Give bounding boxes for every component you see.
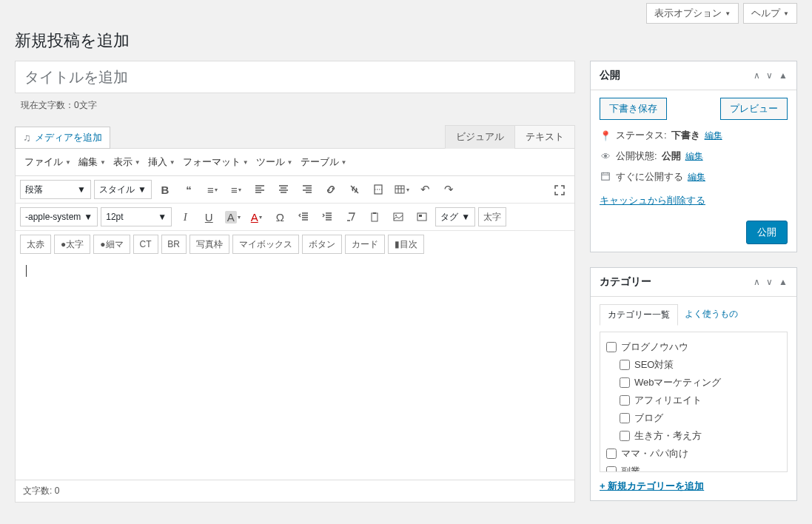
align-center-button[interactable] <box>273 180 294 199</box>
menu-file[interactable]: ファイル▼ <box>21 153 74 171</box>
move-up-icon[interactable]: ∧ <box>754 70 760 81</box>
bold-button[interactable]: B <box>155 180 175 199</box>
add-media-button[interactable]: ♫ メディアを追加 <box>15 127 110 149</box>
bold-big-button[interactable]: 太字 <box>478 207 506 226</box>
fullscreen-button[interactable] <box>549 181 570 200</box>
category-label: ブログ <box>634 412 663 425</box>
redo-button[interactable]: ↷ <box>439 180 460 199</box>
quote-button[interactable]: “ <box>178 180 199 199</box>
tab-visual[interactable]: ビジュアル <box>445 125 515 149</box>
move-down-icon[interactable]: ∨ <box>766 70 773 81</box>
category-checkbox[interactable] <box>620 360 630 370</box>
readmore-button[interactable] <box>368 180 389 199</box>
help-button[interactable]: ヘルプ ▼ <box>743 3 797 24</box>
edit-visibility-link[interactable]: 編集 <box>685 150 703 163</box>
svg-rect-1 <box>395 186 404 193</box>
category-item[interactable]: ママ・パパ向け <box>606 445 781 463</box>
category-checkbox[interactable] <box>606 342 617 352</box>
menu-table[interactable]: テーブル▼ <box>298 153 350 171</box>
category-item[interactable]: ブログ <box>606 409 781 427</box>
eye-icon: 👁 <box>600 151 611 162</box>
photo-frame-button[interactable]: 写真枠 <box>189 235 229 254</box>
category-checkbox[interactable] <box>620 377 630 388</box>
preview-button[interactable]: プレビュー <box>720 98 788 120</box>
bgcolor-button[interactable]: A▾ <box>222 207 243 226</box>
underline-button[interactable]: U <box>198 207 219 226</box>
format-select[interactable]: 段落▼ <box>20 180 91 199</box>
menu-tools[interactable]: ツール▼ <box>253 153 296 171</box>
number-list-button[interactable]: ≡▾ <box>226 180 246 199</box>
pin-icon: 📍 <box>600 130 611 141</box>
edit-status-link[interactable]: 編集 <box>705 130 722 142</box>
bold-black-button[interactable]: ● 太字 <box>54 235 90 254</box>
category-item[interactable]: Webマーケティング <box>606 374 781 392</box>
category-list[interactable]: ブログノウハウSEO対策Webマーケティングアフィリエイトブログ生き方・考え方マ… <box>600 332 788 472</box>
cache-delete-link[interactable]: キャッシュから削除する <box>600 194 788 207</box>
ct-button[interactable]: CT <box>133 235 158 254</box>
align-left-button[interactable] <box>249 180 270 199</box>
font-select[interactable]: -apple-system▼ <box>20 207 98 226</box>
edit-schedule-link[interactable]: 編集 <box>688 171 705 184</box>
category-label: ママ・パパ向け <box>621 447 688 460</box>
button-button[interactable]: ボタン <box>302 235 342 254</box>
outdent-button[interactable] <box>293 207 314 226</box>
category-item[interactable]: 生き方・考え方 <box>606 427 781 445</box>
mybox-button[interactable]: マイボックス <box>232 235 299 254</box>
calendar-icon <box>600 171 611 184</box>
category-checkbox[interactable] <box>620 395 630 406</box>
unlink-button[interactable] <box>344 180 365 199</box>
table-button[interactable]: ▾ <box>392 180 412 199</box>
svg-rect-2 <box>372 213 378 221</box>
editor-content[interactable] <box>16 258 574 480</box>
category-checkbox[interactable] <box>606 466 617 472</box>
br-button[interactable]: BR <box>161 235 187 254</box>
publish-button[interactable]: 公開 <box>746 221 788 244</box>
align-right-button[interactable] <box>297 180 318 199</box>
image-button[interactable] <box>388 207 409 226</box>
card-button[interactable]: カード <box>345 235 385 254</box>
category-checkbox[interactable] <box>620 431 630 441</box>
category-item[interactable]: SEO対策 <box>606 356 781 374</box>
menu-edit[interactable]: 編集▼ <box>76 153 109 171</box>
post-title-input[interactable] <box>15 61 575 93</box>
category-item[interactable]: アフィリエイト <box>606 392 781 409</box>
tab-text[interactable]: テキスト <box>514 125 575 149</box>
category-checkbox[interactable] <box>620 413 630 423</box>
tab-frequent-categories[interactable]: よく使うもの <box>677 304 745 326</box>
category-label: 副業 <box>621 465 640 472</box>
clipboard-button[interactable] <box>364 207 385 226</box>
toc-button[interactable]: ▮ 目次 <box>388 235 424 254</box>
bold-red-button[interactable]: 太赤 <box>20 235 51 254</box>
menu-format[interactable]: フォーマット▼ <box>180 153 252 171</box>
save-draft-button[interactable]: 下書き保存 <box>600 98 667 120</box>
clear-format-button[interactable] <box>340 207 361 226</box>
category-item[interactable]: 副業 <box>606 463 781 472</box>
category-item[interactable]: ブログノウハウ <box>606 338 781 356</box>
bullet-list-button[interactable]: ≡▾ <box>202 180 223 199</box>
toggle-icon[interactable]: ▲ <box>779 277 788 287</box>
textcolor-button[interactable]: A▾ <box>246 207 266 226</box>
move-down-icon[interactable]: ∨ <box>766 277 773 287</box>
screen-options-button[interactable]: 表示オプション ▼ <box>646 3 739 24</box>
svg-rect-3 <box>373 212 376 214</box>
indent-button[interactable] <box>317 207 338 226</box>
category-label: Webマーケティング <box>634 376 722 389</box>
publish-title: 公開 <box>600 69 620 82</box>
circle-icon: ● <box>100 239 105 249</box>
tag-select[interactable]: タグ▼ <box>435 207 475 226</box>
special-char-button[interactable]: Ω <box>269 207 290 226</box>
toggle-icon[interactable]: ▲ <box>779 70 788 81</box>
add-category-link[interactable]: + 新規カテゴリーを追加 <box>600 480 704 493</box>
hoso-button[interactable]: ● 細マ <box>93 235 130 254</box>
template-button[interactable] <box>412 207 432 226</box>
undo-button[interactable]: ↶ <box>415 180 436 199</box>
style-select[interactable]: スタイル▼ <box>94 180 152 199</box>
move-up-icon[interactable]: ∧ <box>754 277 760 287</box>
menu-insert[interactable]: 挿入▼ <box>145 153 178 171</box>
tab-all-categories[interactable]: カテゴリー一覧 <box>600 304 678 326</box>
category-checkbox[interactable] <box>606 449 617 459</box>
menu-view[interactable]: 表示▼ <box>110 153 144 171</box>
italic-button[interactable]: I <box>175 207 195 226</box>
fontsize-select[interactable]: 12pt▼ <box>101 207 172 226</box>
link-button[interactable] <box>321 180 341 199</box>
